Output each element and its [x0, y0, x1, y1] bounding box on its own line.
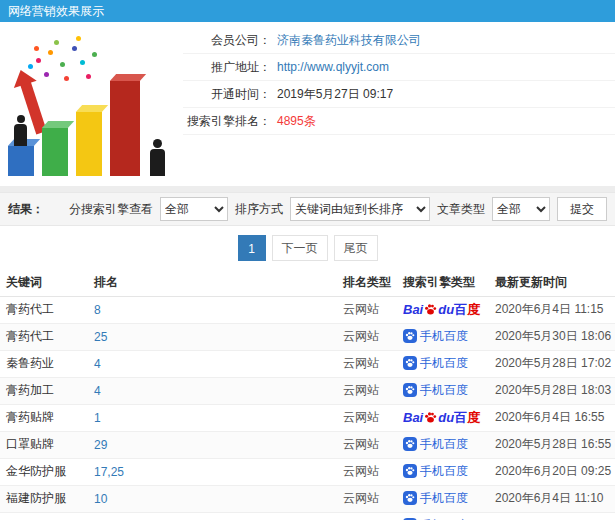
rank-type-cell: 云网站: [337, 296, 397, 323]
header-update-time: 最新更新时间: [489, 270, 615, 296]
mobile-baidu-label: 手机百度: [420, 357, 468, 369]
rank-cell: 10: [88, 485, 337, 512]
mobile-baidu-engine: 手机百度: [403, 491, 468, 505]
mobile-baidu-icon: [403, 383, 417, 397]
keyword-cell: 膏药加工: [0, 377, 88, 404]
open-time-value: 2019年5月27日 09:17: [277, 86, 393, 103]
table-row: 秦鲁药业 4 云网站 手机百度 2020年5月28日 17:02: [0, 350, 615, 377]
mobile-baidu-icon: [403, 464, 417, 478]
header-rank: 排名: [88, 270, 337, 296]
member-company-row: 会员公司： 济南秦鲁药业科技有限公司: [183, 27, 615, 54]
header-rank-type: 排名类型: [337, 270, 397, 296]
promo-url-link[interactable]: http://www.qlyyjt.com: [277, 60, 389, 74]
mobile-baidu-icon: [403, 491, 417, 505]
engine-filter-label: 分搜索引擎查看: [69, 201, 153, 218]
chart-bar-green: [42, 128, 68, 176]
update-time-cell: 2020年5月30日 18:06: [489, 323, 615, 350]
submit-button[interactable]: 提交: [557, 197, 607, 221]
filter-toolbar: 结果： 分搜索引擎查看 全部 排序方式 关键词由短到长排序 文章类型 全部 提交: [0, 192, 615, 226]
chart-bar-red: [110, 81, 140, 176]
article-type-select[interactable]: 全部: [492, 197, 550, 221]
table-row: 口罩贴牌 29 云网站 手机百度 2020年5月28日 16:55: [0, 431, 615, 458]
table-row: 膏药加工 4 云网站 手机百度 2020年5月28日 18:03: [0, 377, 615, 404]
sort-filter-select[interactable]: 关键词由短到长排序: [290, 197, 430, 221]
update-time-cell: 2020年5月28日 16:55: [489, 431, 615, 458]
engine-cell: Baidu百度: [397, 404, 489, 431]
sort-filter-label: 排序方式: [235, 201, 283, 218]
rank-cell: 8: [88, 296, 337, 323]
rank-link[interactable]: 29: [94, 438, 107, 452]
table-row: 膏药贴牌 1 云网站 Baidu百度 2020年6月4日 16:55: [0, 404, 615, 431]
keyword-cell: 膏药代工: [0, 296, 88, 323]
open-time-row: 开通时间： 2019年5月27日 09:17: [183, 81, 615, 108]
table-header-row: 关键词 排名 排名类型 搜索引擎类型 最新更新时间: [0, 270, 615, 296]
mobile-baidu-icon: [403, 329, 417, 343]
rank-link[interactable]: 4: [94, 384, 101, 398]
header-engine-type: 搜索引擎类型: [397, 270, 489, 296]
mobile-baidu-engine: 手机百度: [403, 356, 468, 370]
rank-link[interactable]: 1: [94, 411, 101, 425]
mobile-baidu-label: 手机百度: [420, 330, 468, 342]
rank-type-cell: 云网站: [337, 431, 397, 458]
rank-link[interactable]: 17,25: [94, 465, 124, 479]
mobile-baidu-engine: 手机百度: [403, 383, 468, 397]
rank-type-cell: [337, 512, 397, 520]
engine-cell: 手机百度: [397, 431, 489, 458]
engine-cell: 手机百度: [397, 512, 489, 520]
update-time-cell: 2020年6月4日 11:10: [489, 485, 615, 512]
rank-type-cell: 云网站: [337, 404, 397, 431]
update-time-cell: 2020年6月4日 11:15: [489, 296, 615, 323]
rank-cell: 4: [88, 350, 337, 377]
rank-cell: [88, 512, 337, 520]
rank-link[interactable]: 25: [94, 330, 107, 344]
rank-link[interactable]: 10: [94, 492, 107, 506]
engine-cell: 手机百度: [397, 377, 489, 404]
results-panel: 1 下一页 尾页 关键词 排名 排名类型 搜索引擎类型 最新更新时间 膏药代工 …: [0, 226, 615, 520]
last-page-link[interactable]: 尾页: [334, 235, 378, 261]
rank-type-cell: 云网站: [337, 323, 397, 350]
mobile-baidu-icon: [403, 356, 417, 370]
keyword-cell: 福建防护服: [0, 485, 88, 512]
keyword-cell: 口罩贴牌: [0, 431, 88, 458]
engine-cell: 手机百度: [397, 485, 489, 512]
next-page-link[interactable]: 下一页: [272, 235, 328, 261]
rank-type-cell: 云网站: [337, 377, 397, 404]
chart-bar-yellow: [76, 112, 102, 176]
confetti-decoration: [36, 58, 41, 63]
table-row: 福建防护服 10 云网站 手机百度 2020年6月4日 11:10: [0, 485, 615, 512]
pagination: 1 下一页 尾页: [0, 226, 615, 270]
update-time-cell: [489, 512, 615, 520]
table-row: 金华防护服 17,25 云网站 手机百度 2020年6月20日 09:25: [0, 458, 615, 485]
member-info-form: 会员公司： 济南秦鲁药业科技有限公司 推广地址： http://www.qlyy…: [183, 22, 615, 135]
marketing-illustration: [2, 24, 180, 182]
mobile-baidu-label: 手机百度: [420, 438, 468, 450]
member-company-label: 会员公司：: [183, 32, 271, 49]
mobile-baidu-label: 手机百度: [420, 384, 468, 396]
baidu-logo: Baidu百度: [403, 303, 480, 316]
businessman-figure-right: [150, 139, 165, 176]
mobile-baidu-label: 手机百度: [420, 465, 468, 477]
engine-rank-count: 4895条: [277, 113, 316, 130]
page-current[interactable]: 1: [238, 235, 266, 261]
keyword-cell: 秦鲁药业: [0, 350, 88, 377]
engine-filter-select[interactable]: 全部: [160, 197, 228, 221]
promo-url-label: 推广地址：: [183, 59, 271, 76]
businessman-figure-left: [14, 115, 27, 146]
article-type-label: 文章类型: [437, 201, 485, 218]
filter-controls: 分搜索引擎查看 全部 排序方式 关键词由短到长排序 文章类型 全部 提交: [69, 197, 607, 221]
mobile-baidu-engine: 手机百度: [403, 437, 468, 451]
rank-cell: 17,25: [88, 458, 337, 485]
baidu-paw-icon: [424, 303, 437, 316]
header-keyword: 关键词: [0, 270, 88, 296]
baidu-logo: Baidu百度: [403, 411, 480, 424]
engine-rank-label: 搜索引擎排名：: [183, 113, 271, 130]
mobile-baidu-engine: 手机百度: [403, 329, 468, 343]
update-time-cell: 2020年6月20日 09:25: [489, 458, 615, 485]
mobile-baidu-label: 手机百度: [420, 492, 468, 504]
rank-link[interactable]: 4: [94, 357, 101, 371]
member-company-link[interactable]: 济南秦鲁药业科技有限公司: [277, 32, 421, 49]
member-info-panel: 会员公司： 济南秦鲁药业科技有限公司 推广地址： http://www.qlyy…: [0, 22, 615, 186]
rank-link[interactable]: 8: [94, 303, 101, 317]
keyword-cell: 膏药代工: [0, 323, 88, 350]
rank-cell: 1: [88, 404, 337, 431]
